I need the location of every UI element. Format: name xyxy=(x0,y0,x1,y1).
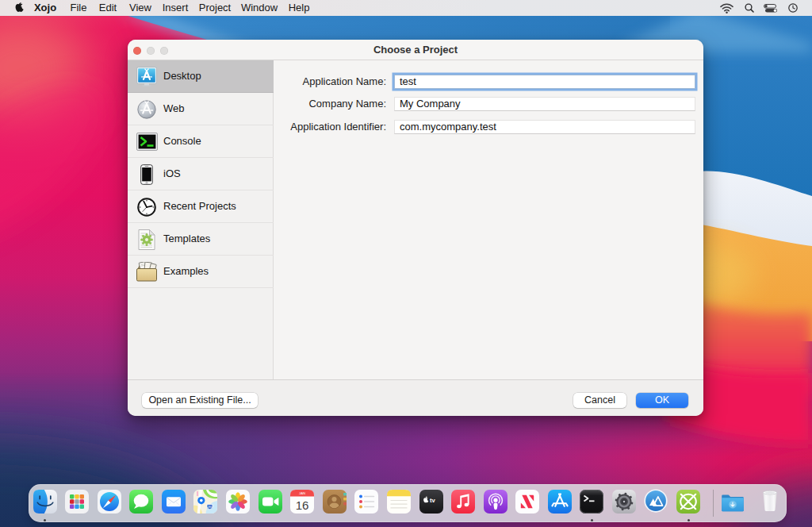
svg-text:JAN: JAN xyxy=(299,491,305,495)
svg-text:16: 16 xyxy=(296,498,309,512)
svg-text:280: 280 xyxy=(208,506,213,509)
svg-text:tv: tv xyxy=(430,497,436,504)
